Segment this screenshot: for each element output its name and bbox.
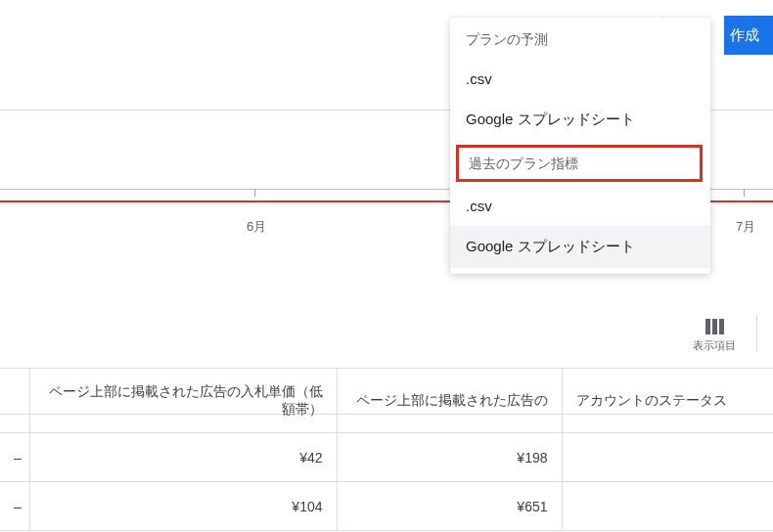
table-header-cell[interactable]: アカウントのステータス [562,369,773,433]
table-cell: – [0,482,29,531]
menu-item-historical-sheets[interactable]: Google スプレッドシート [450,226,710,268]
table-cell [562,482,773,531]
table-row: – ¥104 ¥651 [0,482,773,531]
table-cell: ¥651 [337,482,562,531]
table-cell: ¥198 [337,433,562,482]
menu-item-historical-csv[interactable]: .csv [450,186,710,226]
columns-toggle[interactable]: 表示項目 [693,319,736,353]
table-cell: – [0,433,29,482]
menu-item-forecast-sheets[interactable]: Google スプレッドシート [450,99,710,141]
download-menu: プランの予測 .csv Google スプレッドシート 過去のプラン指標 .cs… [450,18,710,274]
chart-tick [744,189,745,197]
columns-icon [705,319,724,334]
chart-tick-label: 6月 [247,218,266,236]
metrics-table: ページ上部に掲載された広告の入札単価（低額帯） ページ上部に掲載された広告の ア… [0,368,773,531]
table-header-cell[interactable] [0,369,29,433]
table-header-row: ページ上部に掲載された広告の入札単価（低額帯） ページ上部に掲載された広告の ア… [0,369,773,433]
create-button[interactable]: 作成 [724,16,773,55]
chart-tick-label: 7月 [736,218,755,236]
chart-tick [254,189,255,197]
divider [756,315,757,352]
table-cell [562,433,773,482]
columns-toggle-label: 表示項目 [693,338,736,353]
menu-section-historical-header: 過去のプラン指標 [456,145,703,182]
table-cell: ¥104 [29,482,337,531]
table-cell: ¥42 [29,433,337,482]
menu-item-forecast-csv[interactable]: .csv [450,59,710,99]
menu-section-forecast-header: プランの予測 [450,18,710,59]
table-header-cell[interactable]: ページ上部に掲載された広告の [337,369,562,433]
table-row: – ¥42 ¥198 [0,433,773,482]
table-header-cell[interactable]: ページ上部に掲載された広告の入札単価（低額帯） [29,369,337,433]
